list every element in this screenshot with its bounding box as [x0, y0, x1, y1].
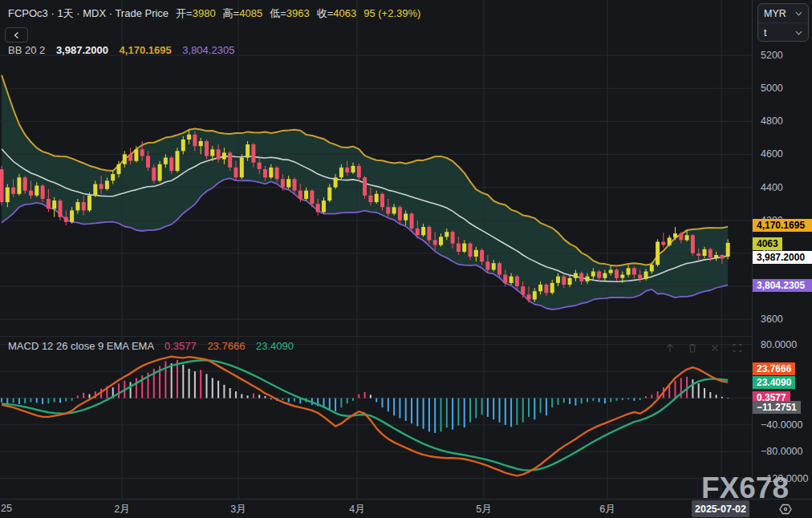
price-tick-label: 5200	[761, 50, 783, 61]
axis-value-label: 4,170.1695	[753, 219, 812, 232]
unit-value: t	[764, 27, 766, 38]
symbol-header: FCPOc3 · 1天 · MDX · Trade Price开=3980高=4…	[8, 6, 420, 21]
maximize-pane-icon[interactable]	[732, 342, 743, 354]
macd-line-value: 23.7666	[207, 340, 245, 352]
time-tick-label: 6月	[599, 503, 615, 516]
currency-select[interactable]: MYR	[758, 4, 808, 23]
change-value: 95 (+2.39%)	[363, 7, 420, 19]
axis-value-label: 4063	[753, 237, 782, 250]
time-tick-label: 3月	[230, 503, 246, 516]
close-pane-icon[interactable]	[709, 342, 721, 354]
move-pane-up-icon[interactable]	[664, 342, 676, 354]
ohlc-token: 高=4085	[223, 7, 263, 19]
axis-value-label: 3,987.2000	[753, 251, 812, 264]
bb-label: BB 20 2	[8, 44, 45, 56]
price-tick-label: 4400	[761, 182, 783, 193]
chevron-left-icon	[13, 31, 21, 39]
chart-window: FX678 5200500048004600440042004000380036…	[0, 0, 812, 518]
chevron-down-icon	[795, 11, 802, 16]
bb-indicator-legend[interactable]: BB 20 2 3,987.2000 4,170.1695 3,804.2305	[8, 44, 234, 56]
macd-tick-label: 80.0000	[761, 339, 797, 350]
bb-lower-value: 3,804.2305	[182, 44, 234, 56]
price-tick-label: 3600	[761, 314, 783, 325]
back-button[interactable]	[5, 27, 28, 42]
macd-label: MACD 12 26 close 9 EMA EMA	[8, 340, 153, 352]
macd-tick-label: −120.0000	[761, 473, 808, 484]
ohlc-token: 开=3980	[176, 7, 216, 19]
ohlc-token: 低=3963	[270, 7, 310, 19]
chart-canvas[interactable]	[0, 0, 752, 499]
ohlc-values: 开=3980高=4085低=3963收=4063	[168, 7, 356, 19]
currency-value: MYR	[764, 8, 786, 19]
axis-value-label: 23.4090	[753, 376, 795, 389]
unit-select[interactable]: t	[758, 23, 808, 42]
price-tick-label: 5000	[761, 83, 783, 94]
ohlc-token: 收=4063	[317, 7, 357, 19]
pane-toolbar	[664, 342, 743, 354]
price-tick-label: 4600	[761, 148, 783, 160]
macd-hist-value: 0.3577	[164, 340, 197, 352]
time-tick-label: 2月	[114, 503, 129, 516]
macd-histogram	[1, 360, 729, 433]
last-date-label: 2025-07-02	[692, 500, 749, 517]
macd-tick-label: −80.0000	[761, 446, 802, 457]
price-tick-label: 4800	[761, 115, 783, 127]
bb-upper-value: 4,170.1695	[120, 44, 172, 56]
macd-indicator-legend[interactable]: MACD 12 26 close 9 EMA EMA 0.3577 23.766…	[8, 340, 294, 352]
symbol-title[interactable]: FCPOc3 · 1天 · MDX · Trade Price	[8, 7, 168, 19]
time-tick-label: 25	[1, 503, 12, 514]
time-tick-label: 4月	[349, 503, 364, 516]
scroll-to-realtime-button[interactable]	[775, 501, 796, 516]
delete-pane-icon[interactable]	[687, 342, 698, 354]
macd-layer	[0, 337, 752, 499]
macd-tick-label: −40.0000	[761, 419, 802, 431]
bb-basis-value: 3,987.2000	[56, 44, 108, 56]
hexagon-target-icon	[778, 502, 793, 516]
axis-value-label: 3,804.2305	[753, 279, 812, 292]
macd-signal-value: 23.4090	[256, 340, 294, 352]
axis-value-label: 23.7666	[753, 362, 795, 375]
chevron-down-icon	[795, 30, 802, 35]
axis-unit-selector: MYR t	[757, 3, 809, 42]
axis-value-label: −11.2751	[753, 401, 801, 414]
time-tick-label: 5月	[476, 503, 491, 516]
time-axis[interactable]: 252月3月4月5月6月	[0, 499, 812, 518]
